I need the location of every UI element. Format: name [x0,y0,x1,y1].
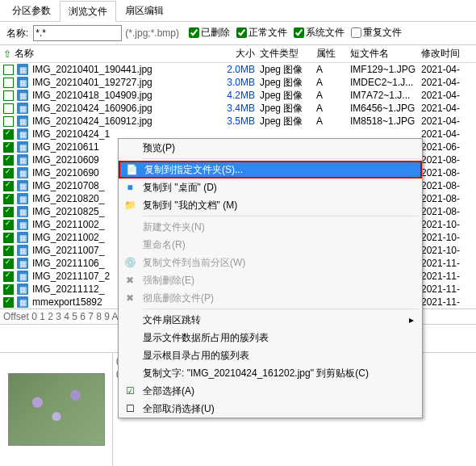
file-date: 2021-08- [421,180,473,191]
image-file-icon: ▦ [17,193,28,204]
table-row[interactable]: ▦ IMG_20210401_192727.jpg 3.0MB Jpeg 图像 … [0,76,476,89]
filter-正常文件[interactable]: 正常文件 [236,26,287,40]
file-attr: A [316,90,350,101]
row-checkbox[interactable] [3,103,14,114]
file-size: 3.5MB [218,115,260,127]
image-file-icon: ▦ [17,103,28,114]
row-checkbox[interactable] [3,194,14,204]
row-checkbox[interactable] [3,284,14,295]
row-checkbox[interactable] [3,297,14,308]
file-date: 2021-10- [421,245,473,256]
menu-preview[interactable]: 预览(P) [119,139,422,157]
menu-copy-text[interactable]: 复制文字: "IMG_20210424_161202.jpg" 到剪贴板(C) [119,364,422,382]
pattern-hint: (*.jpg;*.bmp) [125,27,179,39]
file-type: Jpeg 图像 [260,115,316,128]
row-checkbox[interactable] [3,220,14,230]
menu-rename: 重命名(R) [119,236,422,254]
row-checkbox[interactable] [3,246,14,256]
up-arrow-icon[interactable]: ⇧ [3,48,13,60]
image-file-icon: ▦ [17,115,28,127]
col-type[interactable]: 文件类型 [260,47,316,61]
table-row[interactable]: ▦ IMG_20210424_160912.jpg 3.5MB Jpeg 图像 … [0,115,476,128]
folder-icon: 📁 [122,199,138,211]
row-checkbox[interactable] [3,142,14,153]
table-row[interactable]: ▦ IMG_20210424_160906.jpg 3.4MB Jpeg 图像 … [0,102,476,115]
row-checkbox[interactable] [3,207,14,217]
image-file-icon: ▦ [17,141,28,153]
file-name: IMG_20210401_192727.jpg [31,77,218,88]
file-name: IMG_20210424_160906.jpg [31,103,218,114]
filter-重复文件[interactable]: 重复文件 [351,26,402,40]
filter-已删除[interactable]: 已删除 [189,26,230,40]
file-date: 2021-11- [421,283,473,295]
file-date: 2021-04- [421,64,473,75]
menu-new-folder: 新建文件夹(N) [119,218,422,236]
row-checkbox[interactable] [3,155,14,166]
tab-browse[interactable]: 浏览文件 [60,1,116,22]
col-name[interactable]: 名称 [13,47,218,61]
menu-select-all[interactable]: ☑全部选择(A) [119,382,422,400]
file-date: 2021-04- [421,103,473,114]
tab-sector[interactable]: 扇区编辑 [116,0,173,21]
col-size[interactable]: 大小 [218,47,260,61]
file-date: 2021-04- [421,90,473,101]
file-attr: A [316,77,350,88]
image-file-icon: ▦ [17,128,28,140]
row-checkbox[interactable] [3,181,14,191]
menu-sector-jump[interactable]: 文件扇区跳转▸ [119,311,422,329]
file-attr: A [316,115,350,127]
file-date: 2021-08- [421,206,473,217]
col-short[interactable]: 短文件名 [350,47,421,61]
file-type: Jpeg 图像 [260,63,316,77]
file-attr: A [316,103,350,114]
image-file-icon: ▦ [17,232,28,243]
row-checkbox[interactable] [3,116,14,127]
tab-partition[interactable]: 分区参数 [3,0,60,21]
row-checkbox[interactable] [3,129,14,140]
file-type: Jpeg 图像 [260,102,316,115]
file-date: 2021-08- [421,193,473,204]
image-file-icon: ▦ [17,64,28,75]
image-file-icon: ▦ [17,77,28,88]
menu-deselect-all[interactable]: ☐全部取消选择(U) [119,400,422,418]
image-file-icon: ▦ [17,167,28,178]
copy-icon: 📄 [123,164,140,175]
menu-copy-docs[interactable]: 📁复制到 "我的文档" (M) [119,196,422,214]
file-short: IM6456~1.JPG [350,103,421,114]
toolbar: 名称: (*.jpg;*.bmp) 已删除 正常文件 系统文件 重复文件 [0,22,476,45]
thumbnail-image [8,373,105,446]
file-date: 2021-11- [421,296,473,308]
menu-copy-partition: 💿复制文件到当前分区(W) [119,254,422,271]
disk-icon: 💿 [122,257,138,268]
row-checkbox[interactable] [3,233,14,243]
col-attr[interactable]: 属性 [316,47,350,61]
file-name: IMG_20210424_160912.jpg [31,115,218,127]
col-date[interactable]: 修改时间 [421,47,473,61]
row-checkbox[interactable] [3,90,14,101]
pattern-input[interactable] [33,25,122,41]
context-menu: 预览(P) 📄复制到指定文件夹(S)... ■复制到 "桌面" (D) 📁复制到… [118,138,423,418]
row-checkbox[interactable] [3,78,14,88]
menu-copy-to-folder[interactable]: 📄复制到指定文件夹(S)... [119,161,422,178]
column-header: ⇧ 名称 大小 文件类型 属性 短文件名 修改时间 [0,45,476,63]
check-icon: ☑ [122,385,138,397]
file-date: 2021-10- [421,219,473,230]
menu-cluster-list[interactable]: 显示文件数据所占用的簇列表 [119,329,422,346]
row-checkbox[interactable] [3,168,14,178]
desktop-icon: ■ [122,182,138,193]
row-checkbox[interactable] [3,65,14,75]
row-checkbox[interactable] [3,271,14,282]
row-checkbox[interactable] [3,258,14,269]
file-attr: A [316,64,350,75]
filter-系统文件[interactable]: 系统文件 [294,26,344,40]
table-row[interactable]: ▦ IMG_20210418_104909.jpg 4.2MB Jpeg 图像 … [0,89,476,102]
chevron-right-icon: ▸ [409,314,414,325]
menu-root-cluster[interactable]: 显示根目录占用的簇列表 [119,346,422,364]
menu-copy-desktop[interactable]: ■复制到 "桌面" (D) [119,178,422,196]
menu-force-delete: ✖强制删除(E) [119,271,422,289]
table-row[interactable]: ▦ IMG_20210401_190441.jpg 2.0MB Jpeg 图像 … [0,63,476,76]
file-date: 2021-06- [421,141,473,153]
uncheck-icon: ☐ [122,403,138,414]
tab-bar: 分区参数 浏览文件 扇区编辑 [0,0,476,22]
image-file-icon: ▦ [17,90,28,101]
